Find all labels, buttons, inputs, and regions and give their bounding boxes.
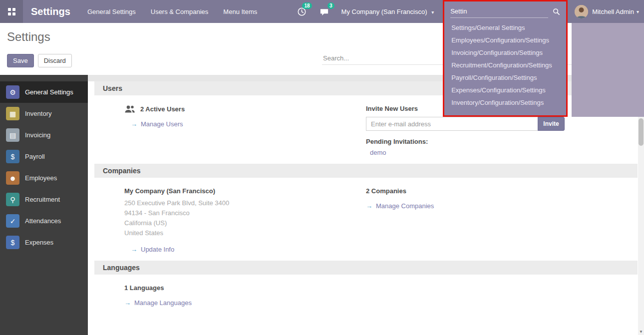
arrow-right-icon: → xyxy=(131,246,137,253)
sidebar-item-general-settings[interactable]: ⚙ General Settings xyxy=(0,81,88,103)
sidebar-item-employees[interactable]: ☻ Employees xyxy=(0,167,88,189)
avatar xyxy=(575,5,588,18)
manage-languages-link[interactable]: →Manage Languages xyxy=(124,299,366,307)
menu-search-results: Settings/General Settings Employees/Conf… xyxy=(444,21,566,112)
apps-menu-button[interactable] xyxy=(0,0,23,23)
nav-menu-users-companies[interactable]: Users & Companies xyxy=(151,8,209,15)
active-users-row: 2 Active Users xyxy=(124,105,366,113)
employees-icon: ☻ xyxy=(6,171,19,185)
menu-search-result[interactable]: Employees/Configuration/Settings xyxy=(444,34,566,46)
sidebar-item-inventory[interactable]: ▦ Inventory xyxy=(0,103,88,124)
invoicing-icon: ▤ xyxy=(6,128,19,142)
page-title: Settings xyxy=(7,30,50,44)
save-button[interactable]: Save xyxy=(7,54,34,67)
companies-count: 2 Companies xyxy=(366,187,638,195)
sidebar-item-payroll[interactable]: $ Payroll xyxy=(0,146,88,167)
settings-sidebar: ⚙ General Settings ▦ Inventory ▤ Invoici… xyxy=(0,75,88,335)
arrow-right-icon: → xyxy=(366,202,372,210)
activities-button[interactable]: 18 xyxy=(291,0,313,23)
user-menu[interactable]: Mitchell Admin ▾ xyxy=(575,5,639,18)
chat-icon xyxy=(320,7,329,16)
caret-down-icon: ▾ xyxy=(431,9,434,15)
recruitment-icon: ⚲ xyxy=(6,193,19,206)
gear-icon: ⚙ xyxy=(6,85,19,99)
users-group-icon xyxy=(124,105,135,113)
invite-button[interactable]: Invite xyxy=(538,117,565,131)
search-icon xyxy=(553,8,560,17)
sidebar-item-attendances[interactable]: ✓ Attendances xyxy=(0,210,88,232)
company-address: 250 Executive Park Blvd, Suite 3400 9413… xyxy=(124,198,366,238)
control-panel-buttons: Save Discard xyxy=(7,54,72,67)
menu-search-input[interactable] xyxy=(450,6,548,18)
pending-invitation-demo[interactable]: demo xyxy=(370,149,638,156)
scrollbar-down-arrow[interactable]: ▼ xyxy=(638,330,644,334)
menu-search-dropdown: Settings/General Settings Employees/Conf… xyxy=(443,0,568,117)
apps-grid-icon xyxy=(8,8,15,15)
discard-button[interactable]: Discard xyxy=(38,54,72,67)
sidebar-item-recruitment[interactable]: ⚲ Recruitment xyxy=(0,189,88,210)
active-users-count: 2 Active Users xyxy=(140,105,185,113)
messages-button[interactable]: 3 xyxy=(313,0,335,23)
invite-email-input[interactable] xyxy=(366,117,538,131)
menu-search-result[interactable]: Recruitment/Configuration/Settings xyxy=(444,59,566,71)
nav-menu-general-settings[interactable]: General Settings xyxy=(87,8,136,15)
scrollbar-thumb[interactable] xyxy=(639,118,644,146)
manage-companies-link[interactable]: →Manage Companies xyxy=(366,202,638,210)
invite-input-group: Invite xyxy=(366,117,565,131)
manage-users-link[interactable]: →Manage Users xyxy=(131,120,366,128)
menu-search-result[interactable]: Expenses/Configuration/Settings xyxy=(444,84,566,96)
nav-menu-menu-items[interactable]: Menu Items xyxy=(223,8,257,15)
languages-count: 1 Languages xyxy=(124,284,366,292)
menu-search-result[interactable]: Payroll/Configuration/Settings xyxy=(444,71,566,84)
systray: 18 3 My Company (San Francisco) ▾ xyxy=(291,0,644,23)
caret-down-icon: ▾ xyxy=(637,9,639,14)
menu-search-result[interactable]: Invoicing/Configuration/Settings xyxy=(444,46,566,59)
sidebar-item-expenses[interactable]: $ Expenses xyxy=(0,232,88,253)
vertical-scrollbar: ▼ xyxy=(638,117,644,335)
menu-search-result[interactable]: Inventory/Configuration/Settings xyxy=(444,96,566,109)
app-title: Settings xyxy=(31,6,70,17)
section-companies: My Company (San Francisco) 250 Executive… xyxy=(94,178,638,261)
expenses-icon: $ xyxy=(6,236,19,249)
arrow-right-icon: → xyxy=(131,120,137,128)
top-navbar: Settings General Settings Users & Compan… xyxy=(0,0,644,23)
messages-badge: 3 xyxy=(327,2,334,9)
pending-invitations-label: Pending Invitations: xyxy=(366,138,638,145)
arrow-right-icon: → xyxy=(124,299,131,307)
section-header-companies: Companies xyxy=(94,164,638,178)
menu-search-result[interactable]: Settings/General Settings xyxy=(444,21,566,34)
inventory-icon: ▦ xyxy=(6,107,19,120)
section-header-languages: Languages xyxy=(94,261,638,275)
menu-search-systray: Settings/General Settings Employees/Conf… xyxy=(443,0,568,23)
company-name: My Company (San Francisco) xyxy=(124,187,366,195)
payroll-icon: $ xyxy=(6,150,19,163)
activities-badge: 18 xyxy=(302,2,312,9)
update-info-link[interactable]: →Update Info xyxy=(131,246,366,253)
sidebar-item-invoicing[interactable]: ▤ Invoicing xyxy=(0,124,88,146)
section-languages: 1 Languages →Manage Languages xyxy=(94,275,638,314)
user-name: Mitchell Admin xyxy=(592,8,634,15)
company-switcher[interactable]: My Company (San Francisco) ▾ xyxy=(341,8,434,15)
dropdown-overlay-shade xyxy=(572,23,644,117)
attendances-icon: ✓ xyxy=(6,214,19,228)
